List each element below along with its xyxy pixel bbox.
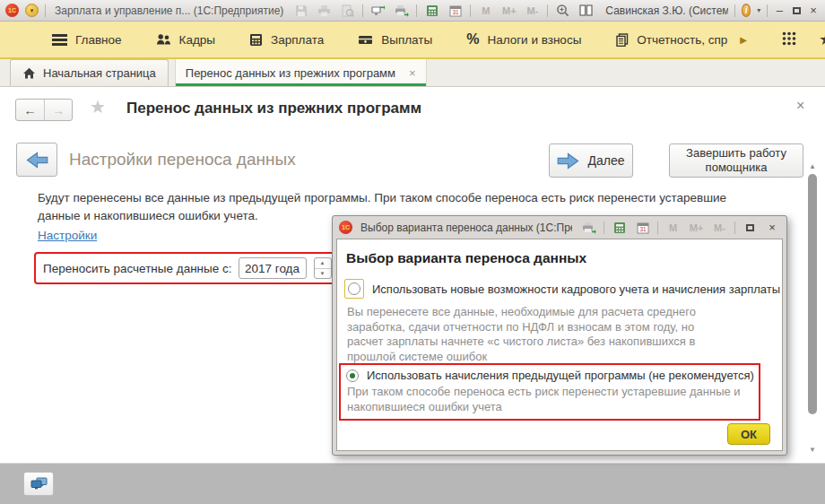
divider (604, 222, 604, 234)
dialog-maximize-icon (746, 224, 754, 231)
wizard-back-button[interactable] (16, 143, 57, 177)
dialog-print-icon[interactable] (580, 220, 597, 236)
menu-overflow-arrow-icon[interactable]: ▶ (740, 35, 747, 45)
window-titlebar: 1С ▾ Зарплата и управление п... (1С:Пред… (0, 0, 825, 22)
page-close-icon[interactable]: × (796, 98, 804, 114)
tab-close-icon[interactable]: × (409, 66, 416, 80)
tabbar: Начальная страница Перенос данных из пре… (0, 59, 825, 87)
menu-item-hr[interactable]: Кадры (156, 33, 215, 47)
menu-item-label: Главное (75, 33, 122, 47)
print-preview-icon[interactable] (339, 3, 356, 19)
print-icon[interactable] (316, 3, 333, 19)
big-back-arrow-icon (26, 152, 48, 169)
dialog-calculator-icon[interactable] (611, 220, 628, 236)
svg-text:31: 31 (452, 9, 459, 15)
scrollbar-thumb[interactable] (808, 174, 817, 414)
minimize-button[interactable]: – (774, 4, 785, 17)
field-highlight-box: Переносить расчетные данные с: 2017 года… (34, 252, 341, 284)
divider (657, 222, 658, 234)
spinner-up-button[interactable]: ▲ (315, 258, 331, 269)
hamburger-icon (52, 34, 67, 46)
menu-item-label: Кадры (179, 33, 215, 47)
nav-back-button[interactable]: ← (16, 100, 44, 120)
dialog-maximize-button[interactable] (742, 221, 758, 234)
scrollbar-down-arrow[interactable]: ▼ (807, 446, 818, 454)
divider (362, 4, 363, 17)
option-previous-charges[interactable]: Использовать начисления предыдущей прогр… (346, 369, 753, 382)
menu-item-payments[interactable]: Выплаты (358, 33, 432, 47)
dialog-heading: Выбор варианта переноса данных (346, 250, 782, 266)
next-button[interactable]: Далее (549, 143, 633, 178)
dialog-close-button[interactable]: × (764, 221, 780, 234)
settings-link[interactable]: Настройки (38, 229, 97, 242)
data-exchange-icon[interactable] (369, 3, 386, 19)
nav-forward-button[interactable]: → (44, 100, 72, 120)
tab-home[interactable]: Начальная страница (10, 59, 169, 86)
option-previous-charges-label: Использовать начисления предыдущей прогр… (367, 369, 754, 382)
app-logo-icon: 1С (5, 4, 19, 17)
banknote-icon (358, 34, 373, 46)
menu-item-salary[interactable]: Зарплата (249, 33, 324, 47)
memory-recall-button[interactable]: M (477, 3, 494, 19)
radio-focus-frame (344, 279, 364, 299)
calculator-icon[interactable] (423, 3, 440, 19)
memory-minus-button[interactable]: M- (524, 3, 541, 19)
transfer-year-input[interactable]: 2017 года (239, 257, 307, 279)
menu-item-main[interactable]: Главное (52, 33, 122, 47)
option-new-features-radio[interactable] (348, 282, 360, 295)
menu-item-label: Налоги и взносы (487, 33, 581, 47)
main-content: ← → ★ Перенос данных из прежних программ… (0, 87, 825, 463)
dialog-calendar-icon[interactable]: 31 (634, 220, 651, 236)
menu-item-reports[interactable]: Отчетность, спр (615, 33, 727, 47)
grid-icon (781, 30, 797, 47)
calendar-icon[interactable]: 31 (447, 3, 464, 19)
year-spinner: ▲ ▼ (314, 257, 332, 279)
option-previous-charges-description: При таком способе переноса есть риск пер… (347, 385, 742, 414)
dialog-memory-minus-button[interactable]: M- (711, 220, 728, 236)
option-previous-charges-radio[interactable] (346, 369, 359, 382)
memory-plus-button[interactable]: M+ (500, 3, 517, 19)
dialog-title: Выбор варианта переноса данных (1С:Предп… (360, 222, 572, 234)
next-arrow-icon (557, 152, 579, 169)
save-icon[interactable] (292, 3, 309, 19)
dialog-memory-plus-button[interactable]: M+ (688, 220, 705, 236)
dialog-logo-icon: 1С (339, 221, 352, 234)
finish-button-label: Завершить работу помощника (675, 146, 797, 175)
favorites-button[interactable]: ★ (819, 31, 825, 48)
ok-button[interactable]: ОК (727, 423, 770, 445)
spinner-down-button[interactable]: ▼ (315, 269, 331, 279)
page-title: Перенос данных из прежних программ (126, 100, 421, 117)
apps-grid-button[interactable] (781, 30, 797, 49)
divider (547, 4, 548, 17)
tab-label: Начальная страница (43, 66, 156, 80)
remote-session-button[interactable] (23, 472, 54, 496)
app-window: 1С ▾ Зарплата и управление п... (1С:Пред… (0, 0, 825, 504)
split-view-icon[interactable] (578, 3, 595, 19)
favorite-star-icon[interactable]: ★ (90, 98, 106, 116)
info-caret-icon[interactable]: ▾ (757, 6, 760, 14)
dialog-memory-recall-button[interactable]: M (664, 220, 682, 236)
wizard-heading: Настройки переноса данных (69, 150, 296, 169)
user-area[interactable]: Савинская З.Ю. (Системный прог... (601, 4, 727, 17)
menu-item-taxes[interactable]: % Налоги и взносы (466, 31, 581, 48)
option-new-features-description: Вы перенесете все данные, необходимые дл… (347, 305, 727, 364)
info-icon[interactable]: i (742, 4, 751, 17)
divider (45, 4, 46, 17)
divider (767, 4, 768, 17)
scrollbar-up-arrow[interactable]: ▲ (807, 162, 818, 170)
network-print-icon[interactable] (393, 3, 410, 19)
window-menu-button[interactable]: ▾ (25, 4, 39, 17)
tab-data-transfer[interactable]: Перенос данных из прежних программ × (175, 59, 427, 86)
transfer-year-label: Переносить расчетные данные с: (43, 262, 232, 275)
divider (734, 222, 735, 234)
maximize-button[interactable] (791, 4, 802, 17)
window-title: Зарплата и управление п... (1С:Предприят… (55, 4, 283, 17)
main-scrollbar[interactable]: ▲ ▼ (807, 162, 818, 454)
finish-wizard-button[interactable]: Завершить работу помощника (669, 143, 803, 178)
option-new-features[interactable]: Использовать новые возможности кадрового… (344, 279, 782, 299)
close-window-button[interactable]: × (808, 4, 819, 17)
dialog-body: Выбор варианта переноса данных Использов… (336, 239, 783, 451)
zoom-icon[interactable] (554, 3, 571, 19)
statusbar (0, 463, 825, 504)
dialog-titlebar: 1С Выбор варианта переноса данных (1С:Пр… (336, 216, 783, 239)
